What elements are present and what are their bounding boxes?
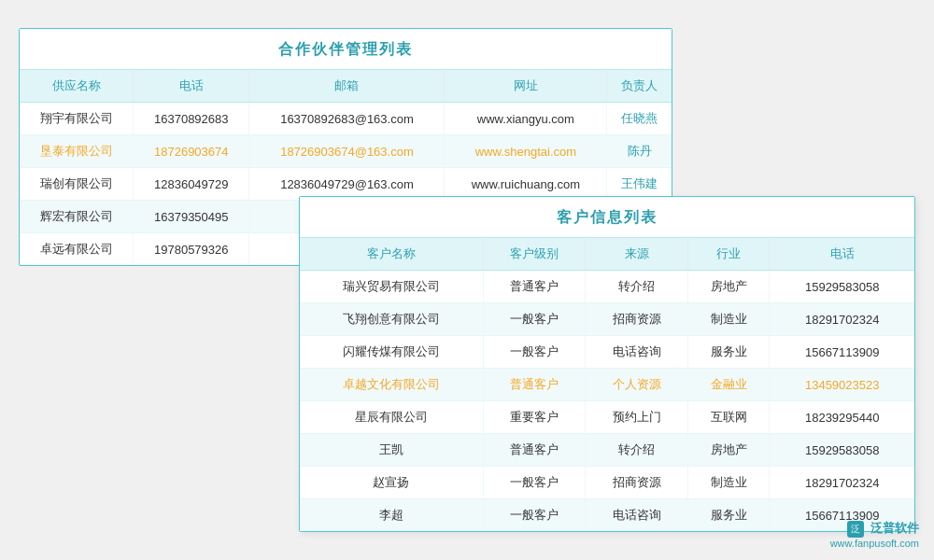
customer-cell: 赵宣扬 [300,467,483,499]
customer-cell: 瑞兴贸易有限公司 [300,271,483,303]
customer-cell: 预约上门 [586,401,688,434]
partner-col-name: 供应名称 [20,70,134,103]
partner-col-phone: 电话 [134,70,249,103]
partner-cell: 任晓燕 [607,103,672,135]
customer-cell: 一般客户 [483,499,586,532]
customer-cell: 李超 [300,499,483,532]
customer-col-industry: 行业 [687,238,770,271]
customer-cell: 15929583058 [770,271,914,303]
customer-table-row: 王凯普通客户转介绍房地产15929583058 [300,434,914,467]
customer-cell: 电话咨询 [586,499,688,532]
partner-cell: www.shengtai.com [445,135,607,168]
customer-cell: 18291702324 [770,303,914,336]
customer-cell: 18239295440 [770,401,914,434]
partner-cell: 16379350495 [134,201,249,233]
customer-table-row: 瑞兴贸易有限公司普通客户转介绍房地产15929583058 [300,271,914,303]
customer-cell: 转介绍 [586,434,688,467]
partner-cell: 陈丹 [607,135,672,168]
customer-table-header-row: 客户名称 客户级别 来源 行业 电话 [300,238,914,271]
customer-cell: 王凯 [300,434,483,467]
customer-cell: 电话咨询 [586,336,688,369]
customer-table-row: 卓越文化有限公司普通客户个人资源金融业13459023523 [300,369,914,401]
partner-cell: 翔宇有限公司 [20,103,134,135]
customer-cell: 互联网 [687,401,770,434]
partner-cell: 19780579326 [134,233,249,266]
customer-cell: 13459023523 [770,369,914,401]
customer-cell: 个人资源 [586,369,688,401]
partner-cell: 卓远有限公司 [20,233,134,266]
customer-col-phone: 电话 [770,238,914,271]
watermark-url: www.fanpusoft.com [830,538,919,549]
partner-cell: 12836049729 [134,168,249,201]
customer-cell: 普通客户 [483,271,586,303]
customer-table-container: 客户信息列表 客户名称 客户级别 来源 行业 电话 瑞兴贸易有限公司普通客户转介… [299,196,915,532]
customer-cell: 卓越文化有限公司 [300,369,483,401]
customer-cell: 普通客户 [483,369,586,401]
partner-table-title: 合作伙伴管理列表 [20,29,672,70]
customer-col-name: 客户名称 [300,238,483,271]
partner-cell: www.xiangyu.com [445,103,607,135]
customer-cell: 房地产 [687,434,770,467]
customer-cell: 制造业 [687,303,770,336]
customer-cell: 招商资源 [586,303,688,336]
watermark: 泛 泛普软件 www.fanpusoft.com [830,520,919,549]
partner-cell: 18726903674@163.com [249,135,445,168]
customer-col-source: 来源 [586,238,688,271]
partner-table-row: 翔宇有限公司1637089268316370892683@163.comwww.… [20,103,672,135]
customer-table-row: 李超一般客户电话咨询服务业15667113909 [300,499,914,532]
customer-cell: 普通客户 [483,434,586,467]
customer-cell: 重要客户 [483,401,586,434]
partner-col-contact: 负责人 [607,70,672,103]
customer-cell: 招商资源 [586,467,688,499]
customer-cell: 服务业 [687,499,770,532]
partner-table-row: 垦泰有限公司1872690367418726903674@163.comwww.… [20,135,672,168]
customer-table-title: 客户信息列表 [300,197,914,238]
customer-cell: 一般客户 [483,303,586,336]
customer-col-level: 客户级别 [483,238,586,271]
partner-table-header-row: 供应名称 电话 邮箱 网址 负责人 [20,70,672,103]
partner-cell: 垦泰有限公司 [20,135,134,168]
customer-cell: 服务业 [687,336,770,369]
partner-cell: 瑞创有限公司 [20,168,134,201]
customer-cell: 闪耀传煤有限公司 [300,336,483,369]
customer-cell: 一般客户 [483,467,586,499]
watermark-logo: 泛普软件 [870,521,919,535]
partner-cell: 辉宏有限公司 [20,201,134,233]
customer-table-row: 闪耀传煤有限公司一般客户电话咨询服务业15667113909 [300,336,914,369]
customer-table-row: 飞翔创意有限公司一般客户招商资源制造业18291702324 [300,303,914,336]
customer-cell: 制造业 [687,467,770,499]
customer-cell: 转介绍 [586,271,688,303]
partner-col-email: 邮箱 [249,70,445,103]
partner-cell: 18726903674 [134,135,249,168]
customer-cell: 一般客户 [483,336,586,369]
customer-cell: 15929583058 [770,434,914,467]
customer-cell: 金融业 [687,369,770,401]
customer-table: 客户名称 客户级别 来源 行业 电话 瑞兴贸易有限公司普通客户转介绍房地产159… [300,238,914,531]
partner-cell: 16370892683 [134,103,249,135]
customer-cell: 房地产 [687,271,770,303]
watermark-icon: 泛 [847,521,864,538]
partner-cell: 16370892683@163.com [249,103,445,135]
customer-cell: 飞翔创意有限公司 [300,303,483,336]
customer-cell: 星辰有限公司 [300,401,483,434]
customer-table-row: 赵宣扬一般客户招商资源制造业18291702324 [300,467,914,499]
customer-cell: 18291702324 [770,467,914,499]
customer-cell: 15667113909 [770,336,914,369]
partner-col-website: 网址 [445,70,607,103]
customer-table-row: 星辰有限公司重要客户预约上门互联网18239295440 [300,401,914,434]
